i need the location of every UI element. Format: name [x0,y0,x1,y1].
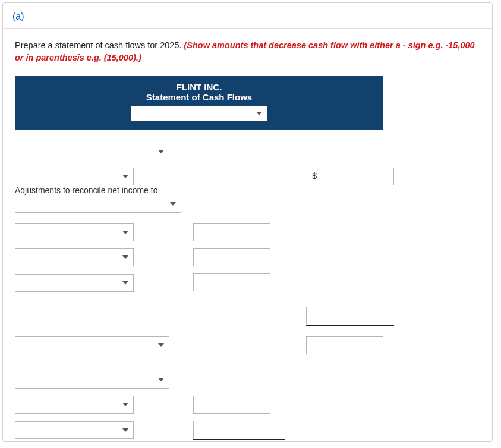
period-select[interactable] [131,106,267,121]
net-cash-operating-dropdown[interactable] [15,336,169,354]
adj-amount-1[interactable] [193,223,270,241]
inv-amount-1[interactable] [193,396,270,414]
part-label: (a) [12,11,24,21]
inv-dropdown-2[interactable] [15,421,134,439]
subtotal-underline-1 [193,273,285,292]
adj-dropdown-3[interactable] [15,274,134,292]
chevron-down-icon [122,281,128,285]
form-table: $ Adjustments to reconcile net income to [15,143,407,440]
chevron-down-icon [122,231,128,234]
chevron-down-icon [256,112,262,115]
chevron-down-icon [158,150,164,153]
chevron-down-icon [158,378,164,381]
chevron-down-icon [158,343,164,347]
statement-banner: FLINT INC. Statement of Cash Flows [15,76,383,130]
adjustments-label: Adjustments to reconcile net income to [15,185,407,195]
chevron-down-icon [122,403,128,406]
inv-dropdown-1[interactable] [15,396,134,414]
company-name: FLINT INC. [21,82,377,92]
question-panel: (a) Prepare a statement of cash flows fo… [2,2,493,442]
content-area: Prepare a statement of cash flows for 20… [3,29,492,442]
subtotal-underline-2 [306,307,394,326]
chevron-down-icon [122,175,128,178]
statement-title: Statement of Cash Flows [21,92,377,102]
adj-subtotal-amount[interactable] [306,307,383,324]
dollar-sign: $ [306,171,320,181]
section-dropdown-1[interactable] [15,143,169,160]
chevron-down-icon [122,255,128,259]
line-dropdown-net-income[interactable] [15,168,134,185]
subtotal-underline-3 [193,421,285,440]
inv-amount-2[interactable] [193,421,270,438]
adj-dropdown-1[interactable] [15,223,134,241]
chevron-down-icon [170,202,176,206]
adj-dropdown-2[interactable] [15,248,134,266]
instruction-plain: Prepare a statement of cash flows for 20… [15,40,184,50]
section-dropdown-2[interactable] [15,371,169,389]
chevron-down-icon [122,428,128,432]
adjustments-header-dropdown[interactable] [15,195,181,213]
amount-input-net-income[interactable] [323,168,394,185]
net-cash-operating-amount[interactable] [306,336,383,354]
instruction-text: Prepare a statement of cash flows for 20… [15,39,480,64]
part-header: (a) [3,3,492,29]
adj-amount-3[interactable] [193,273,270,291]
adj-amount-2[interactable] [193,248,270,266]
